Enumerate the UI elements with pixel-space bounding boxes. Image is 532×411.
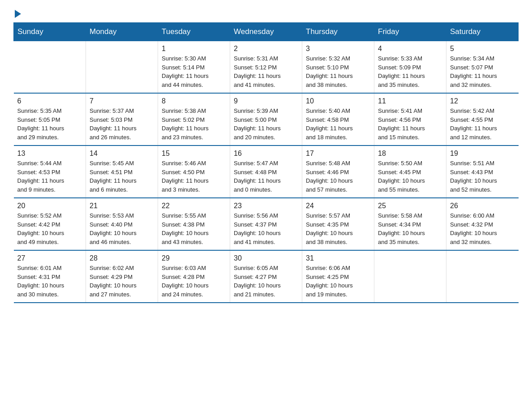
day-number: 29	[162, 254, 226, 262]
calendar-header-row: SundayMondayTuesdayWednesdayThursdayFrid…	[14, 23, 519, 41]
logo-line1	[13, 9, 21, 18]
calendar-header-friday: Friday	[374, 23, 446, 41]
day-detail: Sunrise: 5:46 AMSunset: 4:50 PMDaylight:…	[162, 159, 226, 194]
calendar-cell: 6Sunrise: 5:35 AMSunset: 5:05 PMDaylight…	[14, 93, 86, 146]
day-number: 12	[450, 97, 515, 105]
day-number: 6	[17, 97, 82, 105]
day-number: 19	[450, 150, 515, 158]
calendar-cell: 17Sunrise: 5:48 AMSunset: 4:46 PMDayligh…	[302, 146, 374, 198]
day-detail: Sunrise: 6:06 AMSunset: 4:25 PMDaylight:…	[306, 264, 370, 299]
day-detail: Sunrise: 5:35 AMSunset: 5:05 PMDaylight:…	[17, 107, 82, 141]
day-number: 2	[234, 45, 298, 53]
day-detail: Sunrise: 6:03 AMSunset: 4:28 PMDaylight:…	[162, 264, 226, 299]
day-detail: Sunrise: 5:38 AMSunset: 5:02 PMDaylight:…	[162, 107, 226, 141]
day-detail: Sunrise: 5:51 AMSunset: 4:43 PMDaylight:…	[450, 159, 515, 194]
calendar-cell: 21Sunrise: 5:53 AMSunset: 4:40 PMDayligh…	[86, 198, 158, 250]
page-header	[13, 9, 519, 18]
calendar-header-saturday: Saturday	[446, 23, 519, 41]
calendar-cell: 18Sunrise: 5:50 AMSunset: 4:45 PMDayligh…	[374, 146, 446, 198]
day-number: 8	[162, 97, 226, 105]
calendar-cell: 20Sunrise: 5:52 AMSunset: 4:42 PMDayligh…	[14, 198, 86, 250]
day-detail: Sunrise: 5:58 AMSunset: 4:34 PMDaylight:…	[378, 211, 442, 246]
calendar-cell: 24Sunrise: 5:57 AMSunset: 4:35 PMDayligh…	[302, 198, 374, 250]
calendar-header-wednesday: Wednesday	[230, 23, 302, 41]
calendar-cell: 12Sunrise: 5:42 AMSunset: 4:55 PMDayligh…	[446, 93, 519, 146]
calendar-cell: 8Sunrise: 5:38 AMSunset: 5:02 PMDaylight…	[158, 93, 230, 146]
calendar-cell: 2Sunrise: 5:31 AMSunset: 5:12 PMDaylight…	[230, 41, 302, 94]
day-number: 16	[234, 150, 298, 158]
calendar-header-thursday: Thursday	[302, 23, 374, 41]
day-number: 23	[234, 202, 298, 210]
calendar-cell: 13Sunrise: 5:44 AMSunset: 4:53 PMDayligh…	[14, 146, 86, 198]
day-detail: Sunrise: 5:56 AMSunset: 4:37 PMDaylight:…	[234, 211, 298, 246]
day-number: 17	[306, 150, 370, 158]
calendar-cell	[86, 41, 158, 94]
day-detail: Sunrise: 5:31 AMSunset: 5:12 PMDaylight:…	[234, 54, 298, 89]
day-detail: Sunrise: 5:53 AMSunset: 4:40 PMDaylight:…	[90, 211, 154, 246]
calendar-week-row: 27Sunrise: 6:01 AMSunset: 4:31 PMDayligh…	[14, 250, 519, 303]
day-detail: Sunrise: 5:39 AMSunset: 5:00 PMDaylight:…	[234, 107, 298, 141]
day-detail: Sunrise: 5:48 AMSunset: 4:46 PMDaylight:…	[306, 159, 370, 194]
day-number: 14	[90, 150, 154, 158]
day-number: 13	[17, 150, 82, 158]
day-detail: Sunrise: 5:47 AMSunset: 4:48 PMDaylight:…	[234, 159, 298, 194]
calendar-cell	[14, 41, 86, 94]
calendar-cell: 28Sunrise: 6:02 AMSunset: 4:29 PMDayligh…	[86, 250, 158, 303]
calendar-week-row: 1Sunrise: 5:30 AMSunset: 5:14 PMDaylight…	[14, 41, 519, 94]
calendar-header-sunday: Sunday	[14, 23, 86, 41]
calendar-cell: 26Sunrise: 6:00 AMSunset: 4:32 PMDayligh…	[446, 198, 519, 250]
calendar-cell: 16Sunrise: 5:47 AMSunset: 4:48 PMDayligh…	[230, 146, 302, 198]
day-number: 20	[17, 202, 82, 210]
calendar-cell: 10Sunrise: 5:40 AMSunset: 4:58 PMDayligh…	[302, 93, 374, 146]
day-detail: Sunrise: 6:05 AMSunset: 4:27 PMDaylight:…	[234, 264, 298, 299]
calendar-cell: 23Sunrise: 5:56 AMSunset: 4:37 PMDayligh…	[230, 198, 302, 250]
calendar-cell: 4Sunrise: 5:33 AMSunset: 5:09 PMDaylight…	[374, 41, 446, 94]
day-detail: Sunrise: 5:57 AMSunset: 4:35 PMDaylight:…	[306, 211, 370, 246]
day-number: 26	[450, 202, 515, 210]
calendar-cell: 9Sunrise: 5:39 AMSunset: 5:00 PMDaylight…	[230, 93, 302, 146]
day-detail: Sunrise: 5:45 AMSunset: 4:51 PMDaylight:…	[90, 159, 154, 194]
day-detail: Sunrise: 5:34 AMSunset: 5:07 PMDaylight:…	[450, 54, 515, 89]
calendar-week-row: 20Sunrise: 5:52 AMSunset: 4:42 PMDayligh…	[14, 198, 519, 250]
day-number: 21	[90, 202, 154, 210]
calendar-cell: 7Sunrise: 5:37 AMSunset: 5:03 PMDaylight…	[86, 93, 158, 146]
day-number: 18	[378, 150, 442, 158]
day-number: 7	[90, 97, 154, 105]
logo-triangle-icon	[15, 10, 21, 18]
logo	[13, 9, 21, 18]
calendar-cell	[374, 250, 446, 303]
day-number: 31	[306, 254, 370, 262]
day-detail: Sunrise: 5:50 AMSunset: 4:45 PMDaylight:…	[378, 159, 442, 194]
day-detail: Sunrise: 6:00 AMSunset: 4:32 PMDaylight:…	[450, 211, 515, 246]
calendar-cell: 22Sunrise: 5:55 AMSunset: 4:38 PMDayligh…	[158, 198, 230, 250]
day-detail: Sunrise: 5:42 AMSunset: 4:55 PMDaylight:…	[450, 107, 515, 141]
day-number: 10	[306, 97, 370, 105]
day-detail: Sunrise: 6:01 AMSunset: 4:31 PMDaylight:…	[17, 264, 82, 299]
day-number: 30	[234, 254, 298, 262]
calendar-cell: 30Sunrise: 6:05 AMSunset: 4:27 PMDayligh…	[230, 250, 302, 303]
calendar-cell: 19Sunrise: 5:51 AMSunset: 4:43 PMDayligh…	[446, 146, 519, 198]
day-detail: Sunrise: 5:44 AMSunset: 4:53 PMDaylight:…	[17, 159, 82, 194]
calendar-cell: 27Sunrise: 6:01 AMSunset: 4:31 PMDayligh…	[14, 250, 86, 303]
day-detail: Sunrise: 5:40 AMSunset: 4:58 PMDaylight:…	[306, 107, 370, 141]
day-number: 24	[306, 202, 370, 210]
day-number: 28	[90, 254, 154, 262]
calendar-cell: 15Sunrise: 5:46 AMSunset: 4:50 PMDayligh…	[158, 146, 230, 198]
calendar-header-monday: Monday	[86, 23, 158, 41]
day-number: 11	[378, 97, 442, 105]
calendar-cell: 3Sunrise: 5:32 AMSunset: 5:10 PMDaylight…	[302, 41, 374, 94]
day-detail: Sunrise: 5:37 AMSunset: 5:03 PMDaylight:…	[90, 107, 154, 141]
calendar-week-row: 13Sunrise: 5:44 AMSunset: 4:53 PMDayligh…	[14, 146, 519, 198]
day-detail: Sunrise: 5:32 AMSunset: 5:10 PMDaylight:…	[306, 54, 370, 89]
calendar-cell: 5Sunrise: 5:34 AMSunset: 5:07 PMDaylight…	[446, 41, 519, 94]
day-number: 1	[162, 45, 226, 53]
day-detail: Sunrise: 5:33 AMSunset: 5:09 PMDaylight:…	[378, 54, 442, 89]
calendar-cell: 14Sunrise: 5:45 AMSunset: 4:51 PMDayligh…	[86, 146, 158, 198]
calendar-cell: 11Sunrise: 5:41 AMSunset: 4:56 PMDayligh…	[374, 93, 446, 146]
day-detail: Sunrise: 5:55 AMSunset: 4:38 PMDaylight:…	[162, 211, 226, 246]
day-detail: Sunrise: 5:30 AMSunset: 5:14 PMDaylight:…	[162, 54, 226, 89]
day-number: 5	[450, 45, 515, 53]
day-number: 25	[378, 202, 442, 210]
calendar-cell: 25Sunrise: 5:58 AMSunset: 4:34 PMDayligh…	[374, 198, 446, 250]
calendar-cell: 29Sunrise: 6:03 AMSunset: 4:28 PMDayligh…	[158, 250, 230, 303]
